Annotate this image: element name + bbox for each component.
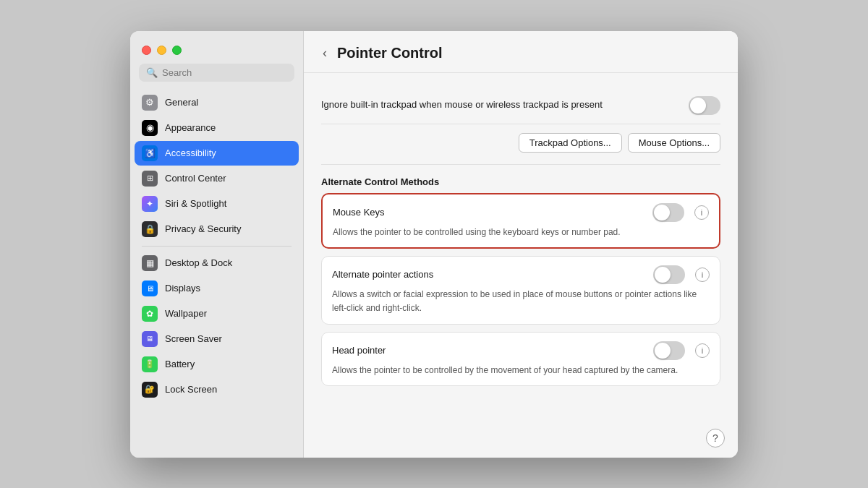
screen-saver-icon: 🖥 — [142, 331, 158, 347]
trackpad-ignore-row: Ignore built-in trackpad when mouse or w… — [321, 87, 720, 124]
sidebar-item-control-center[interactable]: ⊞ Control Center — [135, 166, 299, 191]
trackpad-options-button[interactable]: Trackpad Options... — [519, 133, 622, 153]
mouse-keys-desc: Allows the pointer to be controlled usin… — [333, 227, 621, 237]
sidebar-item-lock-screen[interactable]: 🔐 Lock Screen — [135, 377, 299, 402]
alternate-pointer-toggle[interactable] — [653, 265, 685, 284]
alternate-pointer-title: Alternate pointer actions — [332, 269, 653, 280]
sidebar-label-screen-saver: Screen Saver — [165, 333, 222, 344]
content-area: Ignore built-in trackpad when mouse or w… — [304, 73, 738, 458]
head-pointer-card: Head pointer i Allows the pointer to be … — [321, 332, 720, 386]
search-icon: 🔍 — [146, 67, 158, 78]
head-pointer-header: Head pointer i — [332, 341, 710, 360]
appearance-icon: ◉ — [142, 120, 158, 136]
titlebar — [130, 40, 303, 64]
mouse-keys-controls: i — [652, 203, 709, 222]
general-icon: ⚙ — [142, 95, 158, 111]
search-input[interactable] — [162, 67, 287, 78]
toggle-knob-alternate — [655, 267, 671, 283]
battery-icon: 🔋 — [142, 356, 158, 372]
sidebar-label-battery: Battery — [165, 359, 195, 369]
sidebar-item-appearance[interactable]: ◉ Appearance — [135, 116, 299, 140]
search-bar[interactable]: 🔍 — [139, 64, 294, 82]
minimize-button[interactable] — [157, 46, 166, 55]
sidebar-item-wallpaper[interactable]: ✿ Wallpaper — [135, 301, 299, 326]
sidebar-label-wallpaper: Wallpaper — [165, 308, 207, 319]
sidebar-item-displays[interactable]: 🖥 Displays — [135, 276, 299, 301]
sidebar: 🔍 ⚙ General ◉ Appearance ♿ Accessibility… — [130, 31, 304, 458]
head-pointer-controls: i — [653, 341, 710, 360]
back-button[interactable]: ‹ — [318, 44, 331, 62]
toggle-knob-head — [655, 343, 671, 359]
sidebar-label-desktop: Desktop & Dock — [165, 257, 232, 268]
alternate-pointer-card: Alternate pointer actions i Allows a swi… — [321, 256, 720, 325]
wallpaper-icon: ✿ — [142, 306, 158, 322]
siri-icon: ✦ — [142, 196, 158, 212]
mouse-keys-header: Mouse Keys i — [333, 203, 709, 222]
toggle-knob — [690, 98, 706, 114]
sidebar-label-general: General — [165, 97, 198, 108]
system-preferences-window: 🔍 ⚙ General ◉ Appearance ♿ Accessibility… — [130, 31, 738, 458]
privacy-icon: 🔒 — [142, 221, 158, 237]
mouse-keys-title: Mouse Keys — [333, 207, 652, 218]
sidebar-label-siri: Siri & Spotlight — [165, 198, 226, 209]
sidebar-item-general[interactable]: ⚙ General — [135, 90, 299, 115]
sidebar-item-privacy-security[interactable]: 🔒 Privacy & Security — [135, 217, 299, 241]
close-button[interactable] — [142, 46, 151, 55]
main-header: ‹ Pointer Control — [304, 31, 738, 73]
head-pointer-toggle[interactable] — [653, 341, 685, 360]
alternate-pointer-header: Alternate pointer actions i — [332, 265, 710, 284]
mouse-options-button[interactable]: Mouse Options... — [628, 133, 720, 153]
alternate-pointer-controls: i — [653, 265, 710, 284]
head-pointer-info-button[interactable]: i — [695, 343, 710, 358]
mouse-keys-card: Mouse Keys i Allows the pointer to be co… — [321, 193, 720, 249]
desktop-dock-icon: ▦ — [142, 255, 158, 271]
sidebar-label-privacy: Privacy & Security — [165, 223, 241, 234]
mouse-keys-toggle[interactable] — [652, 203, 684, 222]
trackpad-ignore-label: Ignore built-in trackpad when mouse or w… — [321, 98, 689, 111]
alternate-pointer-info-button[interactable]: i — [695, 267, 710, 282]
control-center-icon: ⊞ — [142, 171, 158, 187]
sidebar-item-screen-saver[interactable]: 🖥 Screen Saver — [135, 327, 299, 351]
mouse-keys-info-button[interactable]: i — [694, 205, 709, 220]
sidebar-label-displays: Displays — [165, 283, 200, 294]
accessibility-icon: ♿ — [142, 145, 158, 161]
sidebar-label-accessibility: Accessibility — [165, 147, 216, 158]
sidebar-label-lock-screen: Lock Screen — [165, 384, 217, 395]
alternate-pointer-desc: Allows a switch or facial expression to … — [332, 289, 697, 313]
toggle-knob-mouse-keys — [654, 205, 670, 221]
sidebar-list: ⚙ General ◉ Appearance ♿ Accessibility ⊞… — [130, 90, 303, 458]
sidebar-item-desktop-dock[interactable]: ▦ Desktop & Dock — [135, 251, 299, 275]
sidebar-label-appearance: Appearance — [165, 122, 216, 133]
head-pointer-desc: Allows the pointer to be controlled by t… — [332, 365, 678, 375]
sidebar-divider-1 — [142, 246, 292, 247]
alternate-control-methods-header: Alternate Control Methods — [321, 165, 720, 193]
options-buttons-row: Trackpad Options... Mouse Options... — [321, 124, 720, 165]
sidebar-item-siri-spotlight[interactable]: ✦ Siri & Spotlight — [135, 192, 299, 216]
head-pointer-title: Head pointer — [332, 345, 653, 356]
lock-screen-icon: 🔐 — [142, 382, 158, 398]
page-title: Pointer Control — [337, 45, 443, 61]
trackpad-ignore-toggle[interactable] — [689, 96, 720, 115]
sidebar-label-control-center: Control Center — [165, 173, 226, 184]
displays-icon: 🖥 — [142, 281, 158, 296]
sidebar-item-accessibility[interactable]: ♿ Accessibility — [135, 141, 299, 166]
help-button[interactable]: ? — [706, 429, 725, 448]
sidebar-item-battery[interactable]: 🔋 Battery — [135, 352, 299, 377]
main-content: ‹ Pointer Control Ignore built-in trackp… — [304, 31, 738, 458]
maximize-button[interactable] — [172, 46, 182, 55]
